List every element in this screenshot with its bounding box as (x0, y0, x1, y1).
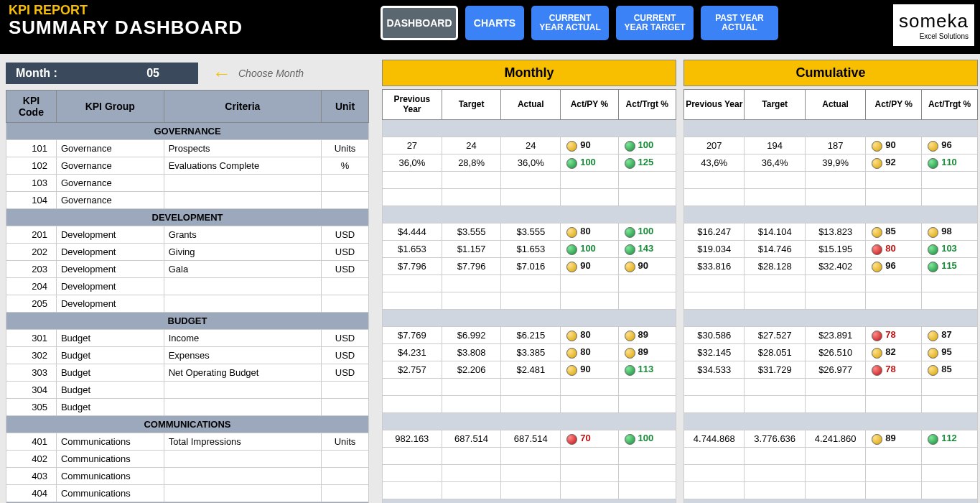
th-acttrgt: Act/Trgt % (922, 90, 978, 120)
cumulative-table: Previous Year Target Actual Act/PY % Act… (683, 89, 978, 503)
logo-text: someka (899, 10, 969, 32)
monthly-table: Previous Year Target Actual Act/PY % Act… (382, 89, 676, 503)
data-row (684, 172, 978, 189)
th-actpy: Act/PY % (561, 90, 618, 120)
data-row: $32.145$28.051$26.5108295 (684, 344, 978, 361)
th-kpi-group: KPI Group (56, 91, 164, 123)
choose-month-hint: Choose Month (238, 68, 304, 79)
data-row: 36,0%28,8%36,0%100125 (383, 154, 676, 172)
data-row: $7.796$7.796$7.0169090 (383, 258, 676, 275)
kpi-row[interactable]: 203DevelopmentGalaUSD (6, 261, 369, 278)
data-row: $2.757$2.206$2.48190113 (383, 361, 676, 379)
kpi-row[interactable]: 402Communications (6, 451, 369, 468)
page-header: KPI REPORT SUMMARY DASHBOARD DASHBOARD C… (0, 0, 980, 54)
kpi-row[interactable]: 205Development (6, 295, 369, 313)
kpi-row[interactable]: 103Governance (6, 175, 369, 192)
data-row (383, 482, 676, 499)
th-criteria: Criteria (164, 91, 321, 123)
section-header: DEVELOPMENT (6, 209, 369, 226)
th-target: Target (442, 90, 501, 120)
th-actual: Actual (501, 90, 561, 120)
data-row: $4.231$3.808$3.3858089 (383, 344, 676, 361)
data-row (383, 448, 676, 465)
kpi-row[interactable]: 404Communications (6, 485, 369, 502)
arrow-left-icon: ← (213, 63, 231, 85)
data-row: $16.247$14.104$13.8238598 (684, 223, 978, 241)
th-actpy: Act/PY % (866, 90, 922, 120)
tab-cy-target[interactable]: CURRENT YEAR TARGET (616, 6, 694, 40)
data-row: $1.653$1.157$1.653100143 (383, 241, 676, 258)
th-py: Previous Year (684, 90, 745, 120)
data-row (684, 482, 978, 499)
tab-charts[interactable]: CHARTS (465, 6, 524, 40)
month-selector[interactable]: Month : 05 (6, 63, 198, 84)
section-header: GOVERNANCE (6, 123, 369, 140)
report-title: KPI REPORT (9, 3, 243, 18)
kpi-row[interactable]: 401CommunicationsTotal ImpressionsUnits (6, 433, 369, 451)
data-row: 4.744.8683.776.6364.241.86089112 (684, 430, 978, 448)
data-row: 982.163687.514687.51470100 (383, 430, 676, 448)
tab-dashboard[interactable]: DASHBOARD (381, 6, 458, 40)
cumulative-header: Cumulative (683, 60, 978, 86)
th-actual: Actual (805, 90, 865, 120)
th-kpi-code: KPI Code (6, 91, 57, 123)
data-row: $33.816$28.128$32.40296115 (684, 258, 978, 275)
kpi-row[interactable]: 303BudgetNet Operating BudgetUSD (6, 364, 369, 382)
kpi-row[interactable]: 204Development (6, 278, 369, 295)
kpi-row[interactable]: 403Communications (6, 468, 369, 485)
data-row (383, 396, 676, 413)
data-row: 27242490100 (383, 137, 676, 154)
data-row (383, 189, 676, 206)
data-row: $34.533$31.729$26.9777885 (684, 361, 978, 379)
kpi-row[interactable]: 301BudgetIncomeUSD (6, 330, 369, 347)
data-row: 43,6%36,4%39,9%92110 (684, 154, 978, 172)
data-row (684, 292, 978, 310)
kpi-row[interactable]: 302BudgetExpensesUSD (6, 347, 369, 364)
section-header: BUDGET (6, 313, 369, 330)
data-row: 2071941879096 (684, 137, 978, 154)
th-py: Previous Year (383, 90, 442, 120)
data-row (383, 172, 676, 189)
report-subtitle: SUMMARY DASHBOARD (9, 17, 243, 39)
data-row (684, 275, 978, 292)
th-acttrgt: Act/Trgt % (618, 90, 676, 120)
data-row (383, 275, 676, 292)
section-header: COMMUNICATIONS (6, 416, 369, 433)
month-value: 05 (146, 67, 159, 80)
th-unit: Unit (322, 91, 369, 123)
kpi-row[interactable]: 101GovernanceProspectsUnits (6, 140, 369, 157)
data-row: $30.586$27.527$23.8917887 (684, 327, 978, 344)
data-row (684, 396, 978, 413)
kpi-row[interactable]: 202DevelopmentGivingUSD (6, 244, 369, 261)
tab-cy-actual[interactable]: CURRENT YEAR ACTUAL (531, 6, 609, 40)
data-row (684, 448, 978, 465)
logo-subtext: Excel Solutions (899, 32, 969, 40)
kpi-row[interactable]: 104Governance (6, 192, 369, 209)
data-row (383, 379, 676, 396)
month-label: Month : (16, 67, 57, 80)
tab-py-actual[interactable]: PAST YEAR ACTUAL (701, 6, 778, 40)
kpi-row[interactable]: 102GovernanceEvaluations Complete% (6, 157, 369, 175)
monthly-header: Monthly (382, 60, 676, 86)
data-row (383, 465, 676, 482)
kpi-meta-table: KPI Code KPI Group Criteria Unit GOVERNA… (6, 90, 369, 503)
kpi-row[interactable]: 305Budget (6, 399, 369, 416)
logo: someka Excel Solutions (893, 4, 974, 46)
data-row (684, 379, 978, 396)
data-row: $4.444$3.555$3.55580100 (383, 223, 676, 241)
kpi-row[interactable]: 201DevelopmentGrantsUSD (6, 226, 369, 244)
kpi-row[interactable]: 304Budget (6, 382, 369, 399)
data-row: $7.769$6.992$6.2158089 (383, 327, 676, 344)
data-row: $19.034$14.746$15.19580103 (684, 241, 978, 258)
data-row (383, 292, 676, 310)
data-row (684, 465, 978, 482)
th-target: Target (745, 90, 805, 120)
nav-tabs: DASHBOARD CHARTS CURRENT YEAR ACTUAL CUR… (381, 6, 778, 40)
data-row (684, 189, 978, 206)
